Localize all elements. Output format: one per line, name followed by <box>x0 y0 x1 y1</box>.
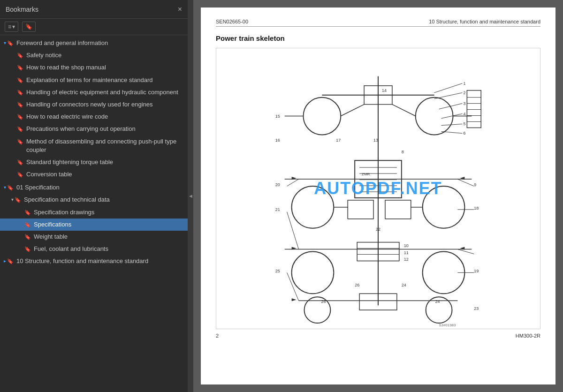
svg-text:16: 16 <box>275 138 280 143</box>
svg-text:2: 2 <box>463 90 465 95</box>
svg-line-39 <box>434 83 463 93</box>
bookmark-item-conversion-table[interactable]: 🔖Conversion table <box>0 168 188 181</box>
bookmark-options-button[interactable]: 🔖 <box>22 22 36 32</box>
svg-text:26: 26 <box>355 283 359 287</box>
bookmark-item-label: Method of disassembling and connecting p… <box>26 137 184 154</box>
svg-line-8 <box>392 105 416 116</box>
svg-line-73 <box>287 212 299 249</box>
svg-text:13: 13 <box>373 138 378 143</box>
bookmark-item-label: 10 Structure, function and maintenance s… <box>16 257 184 265</box>
bookmark-item-spec-technical[interactable]: ▾🔖Specification and technical data <box>0 194 188 206</box>
svg-line-43 <box>439 104 463 109</box>
svg-text:24: 24 <box>435 299 440 304</box>
svg-marker-82 <box>292 298 297 301</box>
panel-divider[interactable] <box>188 0 193 392</box>
bookmark-item-icon: 🔖 <box>17 138 23 145</box>
svg-text:24: 24 <box>402 283 406 287</box>
expand-icon: ≡ <box>8 23 11 30</box>
svg-text:10: 10 <box>404 243 409 248</box>
svg-text:9: 9 <box>474 182 476 187</box>
bookmark-item-foreword[interactable]: ▾🔖Foreword and general information <box>0 37 188 49</box>
svg-text:18: 18 <box>474 206 479 211</box>
bookmark-item-how-to-read[interactable]: 🔖How to read the shop manual <box>0 61 188 74</box>
bookmark-item-handling-connectors[interactable]: 🔖Handling of connectors newly used for e… <box>0 98 188 111</box>
doc-diagram: ZMR <box>216 48 540 329</box>
bookmark-item-handling-electric[interactable]: 🔖Handling of electric equipment and hydr… <box>0 86 188 98</box>
doc-footer: 2 HM300-2R <box>216 333 540 339</box>
svg-point-23 <box>292 186 334 228</box>
bookmark-item-explanation-terms[interactable]: 🔖Explanation of terms for maintenance st… <box>0 74 188 86</box>
bookmark-item-label: Handling of connectors newly used for en… <box>26 100 184 109</box>
bookmark-item-how-to-read-wire[interactable]: 🔖How to read electric wire code <box>0 111 188 123</box>
bookmark-item-safety-notice[interactable]: 🔖Safety notice <box>0 49 188 61</box>
svg-text:23: 23 <box>474 306 479 311</box>
bookmark-item-label: Foreword and general information <box>16 39 184 47</box>
sidebar-header: Bookmarks × <box>0 0 188 19</box>
bookmark-item-precautions[interactable]: 🔖Precautions when carrying out operation <box>0 123 188 135</box>
expand-chevron-icon: ▾ <box>11 196 14 203</box>
svg-line-49 <box>441 131 463 133</box>
svg-text:21: 21 <box>275 207 280 212</box>
bookmark-item-icon: 🔖 <box>24 234 31 241</box>
bookmark-item-icon: 🔖 <box>17 52 23 59</box>
svg-rect-9 <box>467 90 481 128</box>
bookmark-item-label: How to read electric wire code <box>26 113 184 121</box>
bookmark-item-label: Precautions when carrying out operation <box>26 125 184 133</box>
bookmark-item-fuel-coolant[interactable]: 🔖Fuel, coolant and lubricants <box>0 243 188 255</box>
bookmark-item-weight-table[interactable]: 🔖Weight table <box>0 231 188 243</box>
sidebar-title: Bookmarks <box>6 6 38 13</box>
doc-section-ref: 10 Structure, function and maintenance s… <box>429 19 540 24</box>
bookmark-item-label: Safety notice <box>26 51 184 60</box>
svg-text:4: 4 <box>463 112 465 116</box>
bookmark-item-method-disassembling[interactable]: 🔖Method of disassembling and connecting … <box>0 136 188 156</box>
bookmark-item-label: How to read the shop manual <box>26 63 184 72</box>
bookmark-item-icon: 🔖 <box>17 89 23 96</box>
svg-point-2 <box>304 98 341 135</box>
svg-text:15: 15 <box>275 114 280 119</box>
page-number: 2 <box>216 333 219 339</box>
bookmark-item-icon: 🔖 <box>17 101 23 108</box>
close-button[interactable]: × <box>178 6 182 13</box>
expand-chevron-icon: ▾ <box>4 184 6 191</box>
svg-text:17: 17 <box>336 138 341 143</box>
bookmark-item-icon: 🔖 <box>24 246 31 253</box>
svg-text:19: 19 <box>474 269 479 273</box>
bookmark-item-specifications[interactable]: 🔖Specifications <box>0 219 188 231</box>
bookmark-icon: 🔖 <box>25 23 32 30</box>
doc-id: SEN02665-00 <box>216 19 248 24</box>
bookmark-item-icon: 🔖 <box>24 209 31 216</box>
svg-text:1: 1 <box>463 81 465 86</box>
svg-line-77 <box>457 249 474 254</box>
bookmark-item-icon: 🔖 <box>17 159 23 166</box>
svg-point-30 <box>292 252 334 294</box>
bookmark-item-label: Specification and technical data <box>24 196 184 204</box>
bookmark-item-label: Weight table <box>34 233 184 241</box>
bookmark-item-10-structure[interactable]: ▸🔖10 Structure, function and maintenance… <box>0 255 188 267</box>
svg-text:20: 20 <box>275 182 280 187</box>
bookmark-item-standard-tightening[interactable]: 🔖Standard tightening torque table <box>0 156 188 168</box>
bookmark-item-icon: 🔖 <box>7 258 14 265</box>
svg-text:SJ#01383: SJ#01383 <box>439 323 456 327</box>
bookmarks-panel: Bookmarks × ≡ ▾ 🔖 ▾🔖Foreword and general… <box>0 0 188 392</box>
bookmark-item-spec-drawings[interactable]: 🔖Specification drawings <box>0 206 188 219</box>
bookmark-item-icon: 🔖 <box>17 171 23 178</box>
svg-text:ZMR: ZMR <box>362 172 370 176</box>
svg-line-72 <box>287 179 299 186</box>
expand-all-button[interactable]: ≡ ▾ <box>5 22 18 32</box>
svg-line-41 <box>434 93 463 99</box>
svg-text:14: 14 <box>382 88 387 93</box>
bookmark-item-label: Conversion table <box>26 170 184 179</box>
bookmark-item-label: Handling of electric equipment and hydra… <box>26 88 184 97</box>
expand-chevron-icon: ▾ <box>4 40 6 46</box>
bookmark-item-01-specification[interactable]: ▾🔖01 Specification <box>0 181 188 194</box>
svg-line-75 <box>457 179 474 186</box>
svg-text:26: 26 <box>321 299 326 304</box>
bookmark-item-icon: 🔖 <box>17 126 23 133</box>
svg-line-6 <box>341 105 364 116</box>
bookmark-item-icon: 🔖 <box>24 221 31 228</box>
svg-rect-26 <box>385 200 411 219</box>
bookmark-item-icon: 🔖 <box>15 196 21 204</box>
expand-chevron-icon: ▾ <box>12 23 15 30</box>
doc-header: SEN02665-00 10 Structure, function and m… <box>216 19 540 27</box>
svg-text:8: 8 <box>402 150 404 154</box>
